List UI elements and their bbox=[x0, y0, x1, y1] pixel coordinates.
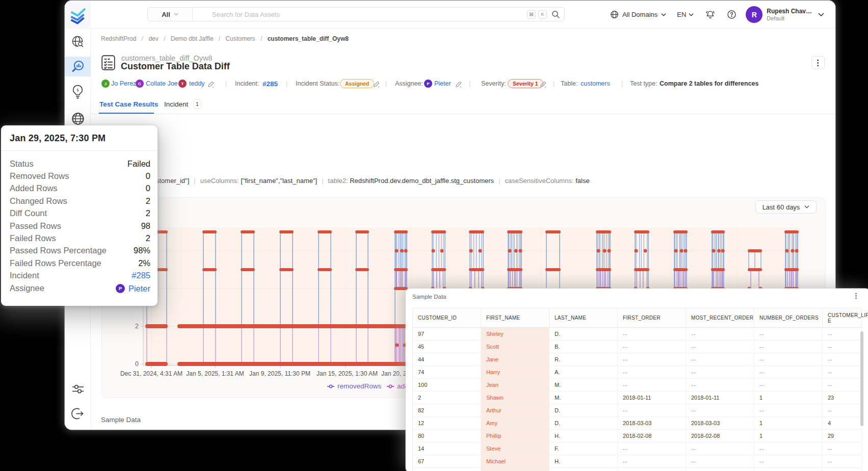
svg-text:0: 0 bbox=[135, 360, 139, 368]
svg-text:Jan 5, 2025, 1:31 AM: Jan 5, 2025, 1:31 AM bbox=[186, 370, 244, 377]
svg-text:2: 2 bbox=[135, 323, 139, 330]
svg-text:Jan 15, 2025, 1:30 AM: Jan 15, 2025, 1:30 AM bbox=[317, 370, 378, 377]
svg-text:Dec 31, 2024, 4:31 AM: Dec 31, 2024, 4:31 AM bbox=[120, 370, 182, 377]
svg-text:Jan 9, 2025, 11:30 PM: Jan 9, 2025, 11:30 PM bbox=[249, 370, 310, 377]
